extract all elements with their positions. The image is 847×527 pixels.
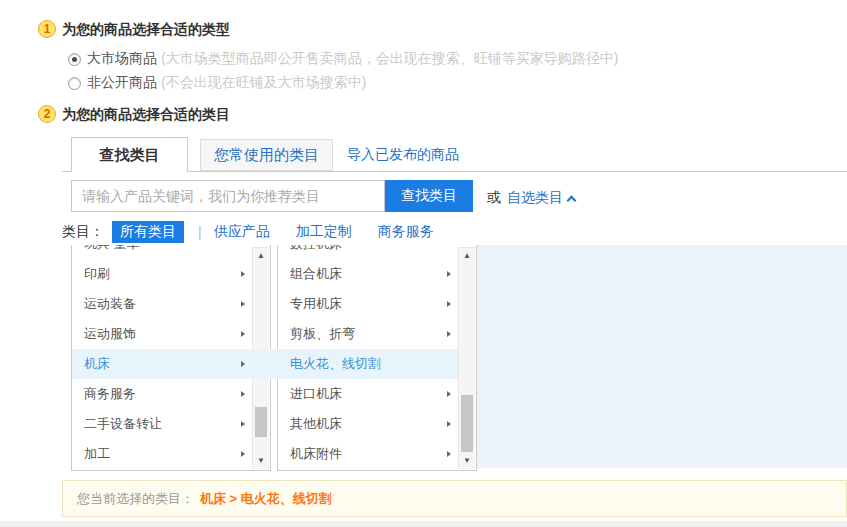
- category-column-2: 数控机床 组合机床 专用机床 剪板、折弯 电火花、线切割: [277, 245, 477, 471]
- filter-all-categories[interactable]: 所有类目: [112, 221, 184, 243]
- submenu-arrow-icon: [241, 361, 245, 367]
- category-item[interactable]: 运动装备: [72, 289, 253, 319]
- selected-row-bridge: [252, 349, 279, 379]
- current-selection-path: 机床 > 电火花、线切割: [200, 490, 332, 508]
- scroll-down-icon[interactable]: ▼: [459, 453, 475, 469]
- filter-label: 类目：: [62, 223, 104, 241]
- category-column-1: 玩具 童车 印刷 运动装备 运动服饰 机床: [71, 245, 271, 471]
- option-note: (大市场类型商品即公开售卖商品，会出现在搜索、旺铺等买家导购路径中): [161, 50, 618, 68]
- category-item-selected[interactable]: 机床: [72, 349, 253, 379]
- submenu-arrow-icon: [241, 331, 245, 337]
- filter-business-services[interactable]: 商务服务: [378, 223, 434, 241]
- category-list-2: 数控机床 组合机床 专用机床 剪板、折弯 电火花、线切割: [278, 245, 459, 469]
- category-item[interactable]: 数控机床: [278, 245, 459, 259]
- submenu-arrow-icon: [241, 301, 245, 307]
- keyword-search-input[interactable]: [71, 180, 385, 212]
- current-selection-label: 您当前选择的类目：: [77, 490, 194, 508]
- category-item-selected[interactable]: 电火花、线切割: [278, 349, 459, 379]
- or-label: 或: [487, 189, 501, 207]
- category-item[interactable]: 机床附件: [278, 439, 459, 469]
- category-item[interactable]: 进口机床: [278, 379, 459, 409]
- current-selection-bar: 您当前选择的类目： 机床 > 电火花、线切割: [62, 480, 847, 517]
- option-private-product[interactable]: 非公开商品 (不会出现在旺铺及大市场搜索中): [68, 74, 366, 92]
- category-item[interactable]: 专用机床: [278, 289, 459, 319]
- option-note: (不会出现在旺铺及大市场搜索中): [161, 74, 366, 92]
- category-select-page: 1 为您的商品选择合适的类型 大市场商品 (大市场类型商品即公开售卖商品，会出现…: [0, 0, 847, 527]
- step-2-badge: 2: [38, 105, 56, 123]
- tab-frequently-used-categories[interactable]: 您常使用的类目: [200, 139, 333, 171]
- category-item[interactable]: 玩具 童车: [72, 245, 253, 259]
- submenu-arrow-icon: [447, 391, 451, 397]
- filter-supply-products[interactable]: 供应产品: [214, 223, 270, 241]
- category-picker: 玩具 童车 印刷 运动装备 运动服饰 机床: [62, 245, 847, 471]
- category-item[interactable]: 组合机床: [278, 259, 459, 289]
- filter-processing-custom[interactable]: 加工定制: [296, 223, 352, 241]
- collapse-caret-icon: [567, 195, 577, 205]
- category-item[interactable]: 剪板、折弯: [278, 319, 459, 349]
- submenu-arrow-icon: [241, 421, 245, 427]
- scrollbar-thumb[interactable]: [255, 407, 267, 437]
- category-item[interactable]: 其他机床: [278, 409, 459, 439]
- scrollbar-thumb[interactable]: [461, 395, 473, 452]
- submenu-arrow-icon: [241, 271, 245, 277]
- option-label[interactable]: 非公开商品: [87, 74, 157, 92]
- tab-import-published-products[interactable]: 导入已发布的商品: [347, 146, 459, 164]
- scroll-up-icon[interactable]: ▲: [459, 248, 475, 264]
- submenu-arrow-icon: [241, 391, 245, 397]
- category-list-1: 玩具 童车 印刷 运动装备 运动服饰 机床: [72, 245, 253, 469]
- step-1-badge: 1: [38, 20, 56, 38]
- find-category-button[interactable]: 查找类目: [385, 180, 473, 212]
- category-item[interactable]: 商务服务: [72, 379, 253, 409]
- step-1-title: 为您的商品选择合适的类型: [62, 21, 230, 39]
- scroll-up-icon[interactable]: ▲: [253, 248, 269, 264]
- category-item[interactable]: 运动服饰: [72, 319, 253, 349]
- category-item[interactable]: 二手设备转让: [72, 409, 253, 439]
- submenu-arrow-icon: [447, 421, 451, 427]
- submenu-arrow-icon: [447, 451, 451, 457]
- step-2-title: 为您的商品选择合适的类目: [62, 106, 230, 124]
- submenu-arrow-icon: [241, 451, 245, 457]
- submenu-arrow-icon: [447, 331, 451, 337]
- radio-unselected-icon[interactable]: [68, 77, 81, 90]
- tab-find-category[interactable]: 查找类目: [71, 137, 188, 172]
- bottom-divider: [0, 521, 847, 527]
- option-market-product[interactable]: 大市场商品 (大市场类型商品即公开售卖商品，会出现在搜索、旺铺等买家导购路径中): [68, 50, 618, 68]
- scrollbar[interactable]: ▲ ▼: [458, 247, 475, 469]
- category-item[interactable]: 加工: [72, 439, 253, 469]
- subcategory-panel: [477, 245, 847, 468]
- self-select-label[interactable]: 自选类目: [507, 189, 563, 207]
- self-select-category-link[interactable]: 自选类目: [507, 189, 575, 207]
- category-item[interactable]: 印刷: [72, 259, 253, 289]
- submenu-arrow-icon: [447, 271, 451, 277]
- filter-divider: |: [198, 224, 202, 240]
- submenu-arrow-icon: [447, 301, 451, 307]
- category-filter-row: 类目： 所有类目 | 供应产品 加工定制 商务服务: [62, 221, 460, 243]
- scroll-down-icon[interactable]: ▼: [253, 453, 269, 469]
- radio-selected-icon[interactable]: [68, 53, 81, 66]
- option-label[interactable]: 大市场商品: [87, 50, 157, 68]
